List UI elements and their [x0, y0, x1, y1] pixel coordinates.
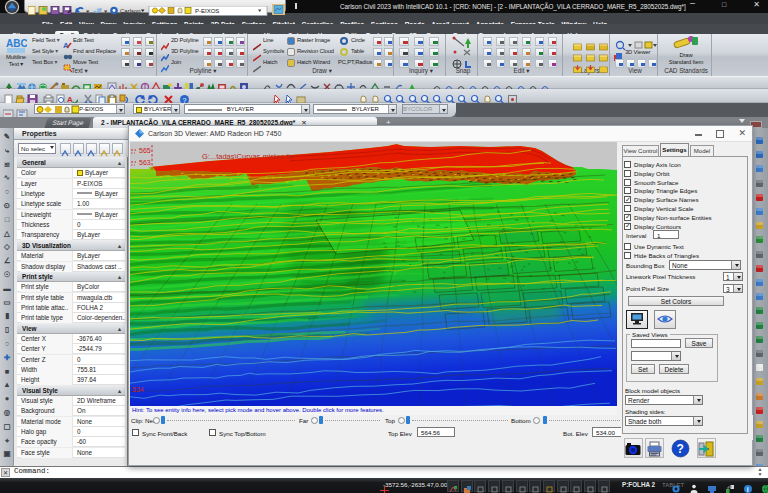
svg-text:565: 565: [139, 147, 151, 154]
svg-text:563: 563: [139, 159, 151, 166]
svg-text:534: 534: [132, 386, 144, 393]
svg-text:ABC: ABC: [6, 38, 27, 49]
svg-text:?: ?: [677, 442, 684, 456]
svg-text:P-EIXOS: P-EIXOS: [195, 8, 219, 14]
svg-text:Carlson: Carlson: [120, 8, 141, 14]
svg-text:G:...tadas\Curvas mistas.tin: G:...tadas\Curvas mistas.tin: [202, 152, 294, 161]
svg-text:i: i: [747, 486, 749, 493]
